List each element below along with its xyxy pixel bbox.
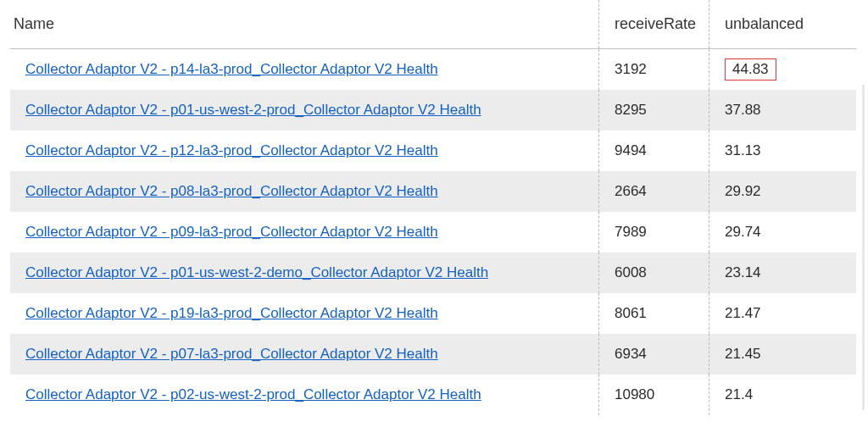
table-row: Collector Adaptor V2 - p08-la3-prod_Coll…: [10, 171, 856, 212]
row-link[interactable]: Collector Adaptor V2 - p14-la3-prod_Coll…: [25, 61, 438, 78]
row-link[interactable]: Collector Adaptor V2 - p12-la3-prod_Coll…: [25, 142, 438, 159]
table-row: Collector Adaptor V2 - p02-us-west-2-pro…: [10, 375, 856, 415]
col-header-name[interactable]: Name: [10, 15, 598, 33]
unbalanced-value: 21.45: [725, 346, 761, 363]
cell-unbalanced: 29.92: [709, 171, 856, 212]
cell-unbalanced: 21.47: [709, 293, 856, 334]
row-link[interactable]: Collector Adaptor V2 - p08-la3-prod_Coll…: [25, 183, 438, 200]
table-row: Collector Adaptor V2 - p19-la3-prod_Coll…: [10, 293, 856, 334]
receive-rate-value: 2664: [615, 183, 647, 200]
cell-name: Collector Adaptor V2 - p09-la3-prod_Coll…: [10, 212, 598, 253]
unbalanced-value: 21.47: [725, 305, 761, 322]
cell-receive-rate: 6934: [598, 334, 709, 375]
cell-name: Collector Adaptor V2 - p08-la3-prod_Coll…: [10, 171, 598, 212]
cell-unbalanced: 31.13: [709, 130, 856, 171]
receive-rate-value: 6008: [615, 264, 647, 281]
table-row: Collector Adaptor V2 - p01-us-west-2-dem…: [10, 253, 856, 293]
cell-name: Collector Adaptor V2 - p07-la3-prod_Coll…: [10, 334, 598, 375]
unbalanced-value: 23.14: [725, 264, 761, 281]
cell-receive-rate: 8061: [598, 293, 709, 334]
cell-unbalanced: 44.83: [709, 49, 856, 90]
table-header-row: Name receiveRate unbalanced: [10, 0, 856, 49]
row-link[interactable]: Collector Adaptor V2 - p02-us-west-2-pro…: [25, 386, 481, 403]
col-header-unbalanced-label: unbalanced: [725, 15, 804, 33]
col-header-name-label: Name: [14, 15, 54, 33]
cell-unbalanced: 29.74: [709, 212, 856, 253]
receive-rate-value: 7989: [615, 224, 647, 241]
row-link[interactable]: Collector Adaptor V2 - p07-la3-prod_Coll…: [25, 346, 438, 363]
col-header-receive-rate[interactable]: receiveRate: [598, 0, 709, 48]
cell-receive-rate: 6008: [598, 253, 709, 293]
cell-receive-rate: 10980: [598, 375, 709, 415]
cell-receive-rate: 2664: [598, 171, 709, 212]
unbalanced-value-highlighted: 44.83: [725, 58, 776, 80]
row-link[interactable]: Collector Adaptor V2 - p01-us-west-2-dem…: [25, 264, 488, 281]
cell-receive-rate: 3192: [598, 49, 709, 90]
table-row: Collector Adaptor V2 - p09-la3-prod_Coll…: [10, 212, 856, 253]
table-row: Collector Adaptor V2 - p07-la3-prod_Coll…: [10, 334, 856, 375]
unbalanced-value: 31.13: [725, 142, 761, 159]
data-table: Name receiveRate unbalanced Collector Ad…: [10, 0, 856, 415]
cell-receive-rate: 9494: [598, 130, 709, 171]
cell-unbalanced: 21.4: [709, 375, 856, 415]
cell-receive-rate: 7989: [598, 212, 709, 253]
receive-rate-value: 9494: [615, 142, 647, 159]
unbalanced-value: 37.88: [725, 102, 761, 119]
unbalanced-value: 21.4: [725, 386, 753, 403]
receive-rate-value: 10980: [615, 386, 654, 403]
table-body: Collector Adaptor V2 - p14-la3-prod_Coll…: [10, 49, 856, 415]
cell-unbalanced: 23.14: [709, 253, 856, 293]
cell-receive-rate: 8295: [598, 90, 709, 130]
unbalanced-value: 29.74: [725, 224, 761, 241]
row-link[interactable]: Collector Adaptor V2 - p09-la3-prod_Coll…: [25, 224, 438, 241]
cell-unbalanced: 21.45: [709, 334, 856, 375]
row-link[interactable]: Collector Adaptor V2 - p19-la3-prod_Coll…: [25, 305, 438, 322]
cell-name: Collector Adaptor V2 - p02-us-west-2-pro…: [10, 375, 598, 415]
table-row: Collector Adaptor V2 - p14-la3-prod_Coll…: [10, 49, 856, 90]
receive-rate-value: 8295: [615, 102, 647, 119]
col-header-receive-rate-label: receiveRate: [615, 15, 696, 33]
cell-unbalanced: 37.88: [709, 90, 856, 130]
receive-rate-value: 6934: [615, 346, 647, 363]
cell-name: Collector Adaptor V2 - p01-us-west-2-pro…: [10, 90, 598, 130]
row-link[interactable]: Collector Adaptor V2 - p01-us-west-2-pro…: [25, 102, 481, 119]
cell-name: Collector Adaptor V2 - p19-la3-prod_Coll…: [10, 293, 598, 334]
receive-rate-value: 8061: [615, 305, 647, 322]
receive-rate-value: 3192: [615, 61, 647, 78]
unbalanced-value: 29.92: [725, 183, 761, 200]
table-row: Collector Adaptor V2 - p12-la3-prod_Coll…: [10, 130, 856, 171]
cell-name: Collector Adaptor V2 - p01-us-west-2-dem…: [10, 253, 598, 293]
cell-name: Collector Adaptor V2 - p12-la3-prod_Coll…: [10, 130, 598, 171]
table-row: Collector Adaptor V2 - p01-us-west-2-pro…: [10, 90, 856, 130]
cell-name: Collector Adaptor V2 - p14-la3-prod_Coll…: [10, 49, 598, 90]
col-header-unbalanced[interactable]: unbalanced: [709, 0, 856, 48]
